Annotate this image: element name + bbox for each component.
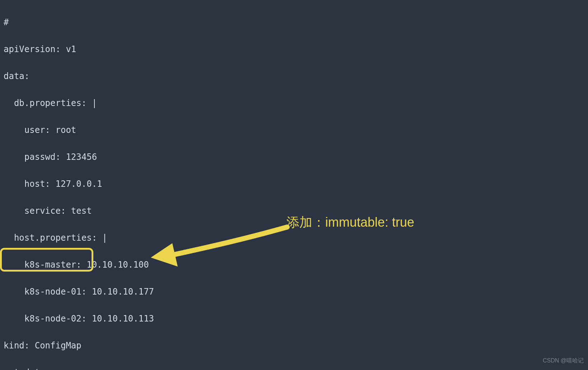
code-line: kind: ConfigMap: [4, 339, 227, 353]
code-line: data:: [4, 70, 227, 83]
code-line: #: [4, 16, 227, 29]
code-line: apiVersion: v1: [4, 43, 227, 56]
code-line: k8s-node-01: 10.10.10.177: [4, 285, 227, 299]
code-line: db.properties: |: [4, 97, 227, 110]
watermark-text: CSDN @嘻哈记: [543, 354, 584, 367]
code-line: metadata:: [4, 366, 227, 370]
code-line: service: test: [4, 204, 227, 218]
code-line: host.properties: |: [4, 231, 227, 245]
code-line: k8s-master: 10.10.10.100: [4, 258, 227, 272]
code-editor[interactable]: # apiVersion: v1 data: db.properties: | …: [4, 2, 227, 370]
code-line: user: root: [4, 124, 227, 137]
code-line: k8s-node-02: 10.10.10.113: [4, 312, 227, 326]
code-line: host: 127.0.0.1: [4, 177, 227, 191]
annotation-label: 添加：immutable: true: [286, 216, 414, 229]
code-line: passwd: 123456: [4, 151, 227, 164]
